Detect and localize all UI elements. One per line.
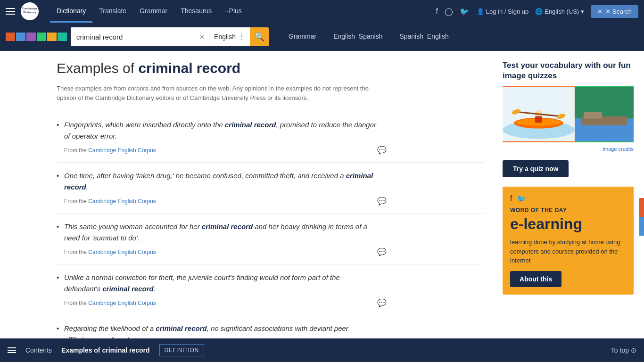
example-item: Fingerprints, which were inscribed direc…: [57, 112, 484, 163]
close-icon: ✕: [597, 8, 603, 15]
facebook-icon[interactable]: f: [436, 7, 438, 16]
corpus-link[interactable]: Cambridge English Corpus: [88, 249, 156, 255]
example-source: From the Cambridge English Corpus 💬: [57, 197, 387, 206]
wotd-twitter-icon[interactable]: 🐦: [517, 194, 526, 203]
search-bar-section: ✕ English ⋮ 🔍 Grammar English–Spanish Sp…: [0, 23, 644, 51]
intro-text: These examples are from corpora and from…: [57, 84, 377, 102]
subnav-english-spanish[interactable]: English–Spanish: [325, 27, 391, 46]
wotd-word: e-learning: [510, 215, 626, 233]
logo[interactable]: Cambridge Dictionary: [21, 2, 39, 20]
page-title: Examples of criminal record: [57, 60, 484, 76]
sidebar: Test your vocabulary with our fun image …: [495, 51, 641, 362]
example-item: Unlike a normal conviction for theft, th…: [57, 264, 484, 315]
example-item: This same young woman accounted for her …: [57, 214, 484, 264]
svg-text:Dictionary: Dictionary: [24, 11, 37, 14]
quiz-title: Test your vocabulary with our fun image …: [503, 60, 634, 81]
top-navigation: Cambridge Dictionary Dictionary Translat…: [0, 0, 644, 23]
search-nav-button[interactable]: ✕ ✕ Search: [591, 5, 638, 18]
corpus-link[interactable]: Cambridge English Corpus: [88, 300, 156, 306]
svg-rect-13: [575, 87, 634, 118]
nav-links: Dictionary Translate Grammar Thesaurus +…: [50, 0, 436, 23]
comment-icon[interactable]: 💬: [377, 247, 387, 256]
nav-thesaurus[interactable]: Thesaurus: [174, 0, 218, 23]
options-icon: ⋮: [239, 33, 245, 41]
corpus-link[interactable]: Cambridge English Corpus: [88, 147, 156, 154]
wotd-label: WORD OF THE DAY: [510, 207, 626, 214]
corpus-link[interactable]: Cambridge English Corpus: [88, 198, 156, 205]
comment-icon[interactable]: 💬: [377, 197, 387, 206]
nav-plus[interactable]: +Plus: [218, 0, 248, 23]
svg-rect-8: [535, 116, 542, 123]
quiz-images: [503, 86, 634, 142]
nav-grammar[interactable]: Grammar: [133, 0, 174, 23]
example-item: One time, after having 'taken drug,' he …: [57, 163, 484, 214]
search-icon: 🔍: [254, 32, 264, 42]
hamburger-menu[interactable]: [6, 8, 15, 15]
language-selector[interactable]: 🌐 English (US) ▾: [535, 8, 584, 15]
colorful-blocks: [6, 33, 67, 41]
example-text: Fingerprints, which were inscribed direc…: [57, 119, 377, 142]
to-top-button[interactable]: To top ⊙: [611, 346, 636, 354]
accent-block-orange: [639, 198, 644, 217]
search-button[interactable]: 🔍: [250, 27, 269, 46]
nav-translate[interactable]: Translate: [92, 0, 133, 23]
search-input[interactable]: [71, 27, 195, 46]
example-text: One time, after having 'taken drug,' he …: [57, 170, 377, 193]
example-text: Unlike a normal conviction for theft, th…: [57, 272, 377, 295]
subnav-grammar[interactable]: Grammar: [280, 27, 325, 46]
quiz-button[interactable]: Try a quiz now: [503, 160, 569, 177]
wotd-section: f 🐦 WORD OF THE DAY e-learning learning …: [503, 187, 634, 295]
wotd-facebook-icon[interactable]: f: [510, 194, 512, 203]
clear-search-icon[interactable]: ✕: [195, 33, 209, 41]
wotd-about-button[interactable]: About this: [510, 271, 561, 287]
logo-icon: Cambridge Dictionary: [21, 2, 39, 20]
quiz-section: Test your vocabulary with our fun image …: [503, 60, 634, 177]
bottom-bar: Contents Examples of criminal record DEF…: [0, 338, 644, 362]
content-area: Examples of criminal record These exampl…: [0, 51, 495, 362]
main-content: Examples of criminal record These exampl…: [0, 51, 644, 362]
instagram-icon[interactable]: ◯: [445, 7, 453, 16]
bottom-contents[interactable]: Contents: [25, 346, 52, 354]
example-source: From the Cambridge English Corpus 💬: [57, 247, 387, 256]
login-button[interactable]: 👤 Log in / Sign up: [477, 8, 528, 15]
bottom-definition-button[interactable]: DEFINITION: [159, 344, 204, 356]
quiz-image-right: [575, 86, 634, 142]
globe-icon: 🌐: [535, 8, 543, 15]
color-block: [58, 33, 67, 41]
color-block: [16, 33, 25, 41]
example-source: From the Cambridge English Corpus 💬: [57, 146, 387, 155]
example-text: This same young woman accounted for her …: [57, 221, 377, 244]
color-block: [26, 33, 36, 41]
search-input-wrap: ✕ English ⋮ 🔍: [71, 27, 269, 46]
image-credits-link[interactable]: Image credits: [603, 146, 634, 152]
color-block: [6, 33, 15, 41]
quiz-image-left: [503, 86, 575, 142]
wotd-definition: learning done by studying at home using …: [510, 238, 626, 265]
sub-navigation: Grammar English–Spanish Spanish–English: [280, 27, 457, 46]
to-top-icon: ⊙: [631, 346, 636, 354]
bottom-hamburger[interactable]: [8, 347, 16, 353]
svg-rect-16: [584, 112, 602, 118]
language-selector-dropdown[interactable]: English ⋮: [209, 27, 250, 46]
user-icon: 👤: [477, 8, 484, 15]
comment-icon[interactable]: 💬: [377, 298, 387, 307]
subnav-spanish-english[interactable]: Spanish–English: [391, 27, 457, 46]
nav-dictionary[interactable]: Dictionary: [50, 0, 92, 23]
wotd-social: f 🐦: [510, 194, 626, 203]
color-block: [37, 33, 46, 41]
nav-right: 👤 Log in / Sign up 🌐 English (US) ▾ ✕ ✕ …: [477, 5, 638, 18]
comment-icon[interactable]: 💬: [377, 146, 387, 155]
svg-text:Cambridge: Cambridge: [22, 7, 37, 10]
twitter-icon[interactable]: 🐦: [460, 7, 469, 16]
chevron-down-icon: ▾: [581, 8, 584, 15]
social-links: f ◯ 🐦: [436, 7, 469, 16]
bottom-examples-label: Examples of criminal record: [61, 346, 150, 354]
example-source: From the Cambridge English Corpus 💬: [57, 298, 387, 307]
accent-block-blue: [639, 217, 644, 236]
color-block: [47, 33, 57, 41]
